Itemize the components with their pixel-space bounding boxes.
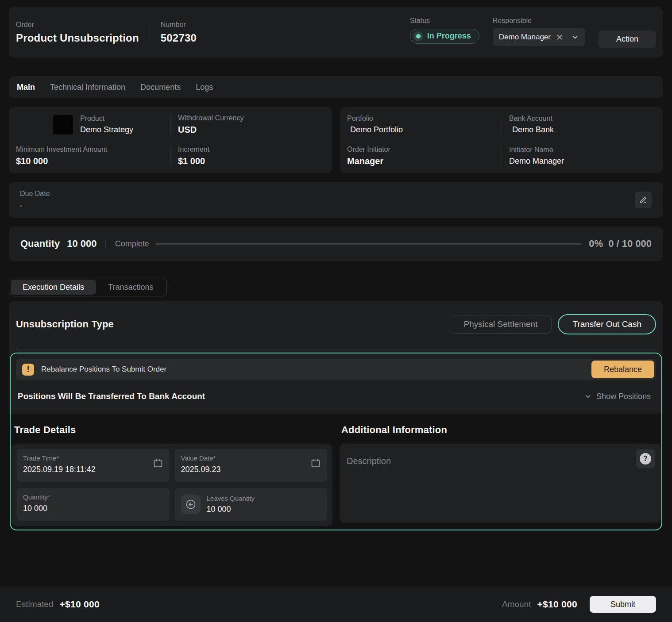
physical-settlement-button[interactable]: Physical Settlement	[450, 315, 552, 334]
withdrawal-currency-value: USD	[178, 125, 325, 135]
amount-label: Amount	[502, 599, 531, 609]
complete-label: Complete	[115, 239, 149, 249]
order-label: Order	[16, 21, 139, 29]
action-button[interactable]: Action	[599, 31, 656, 48]
header-divider	[150, 23, 150, 41]
section-divider	[16, 349, 656, 350]
subtab-execution-details[interactable]: Execution Details	[11, 280, 96, 295]
due-date-label: Due Date	[20, 190, 50, 198]
remove-responsible-icon[interactable]	[556, 34, 563, 41]
additional-information-panel: ?	[340, 444, 660, 522]
show-positions-label: Show Positions	[596, 392, 651, 401]
order-number-value: 502730	[161, 32, 197, 44]
portfolio-value: Demo Portfolio	[347, 125, 502, 134]
increment-label: Increment	[178, 146, 325, 154]
copy-leaves-quantity-button[interactable]	[181, 495, 201, 514]
main-tab-bar: Main Technical Information Documents Log…	[9, 76, 663, 98]
product-label: Product	[80, 115, 133, 123]
status-dot-icon	[413, 31, 423, 41]
order-number-label: Number	[161, 21, 197, 29]
product-cell: Product Demo Strategy	[16, 114, 170, 135]
execution-details-section: Unsubscription Type Physical Settlement …	[9, 301, 663, 530]
bank-account-value: Demo Bank	[509, 125, 656, 134]
bank-account-cell: Bank Account Demo Bank	[502, 114, 656, 134]
responsible-label: Responsible	[493, 17, 585, 25]
rebalance-button[interactable]: Rebalance	[591, 361, 654, 378]
completion-percent: 0%	[589, 238, 603, 250]
rebalance-alert-bar: ! Rebalance Positions To Submit Order Re…	[16, 359, 656, 380]
order-header-card: Order Product Unsubscription Number 5027…	[9, 7, 663, 58]
calendar-icon[interactable]	[310, 458, 321, 468]
transfer-out-cash-button[interactable]: Transfer Out Cash	[558, 314, 656, 334]
min-investment-value: $10 000	[16, 156, 170, 166]
quantity-value: 10 000	[67, 238, 97, 250]
initiator-name-cell: Initiator Name Demo Manager	[502, 145, 656, 166]
trade-time-field[interactable]: Trade Time* 2025.09.19 18:11:42	[17, 449, 170, 482]
increment-cell: Increment $1 000	[170, 146, 325, 166]
portfolio-cell: Portfolio Demo Portfolio	[347, 114, 502, 134]
estimated-label: Estimated	[16, 599, 53, 609]
value-date-label: Value Date*	[181, 454, 216, 462]
order-initiator-cell: Order Initiator Manager	[347, 145, 502, 166]
tab-technical-information[interactable]: Technical Information	[50, 83, 125, 92]
trade-details-title: Trade Details	[11, 424, 332, 436]
bank-account-label: Bank Account	[509, 115, 656, 123]
rebalance-alert-text: Rebalance Positions To Submit Order	[41, 365, 166, 374]
tab-logs[interactable]: Logs	[196, 83, 213, 92]
arrow-left-circle-icon	[185, 499, 197, 510]
responsible-value: Demo Manager	[499, 33, 551, 42]
initiator-name-value: Demo Manager	[509, 157, 656, 166]
order-initiator-label: Order Initiator	[347, 146, 502, 154]
trade-details-panel: Trade Time* 2025.09.19 18:11:42 Value Da…	[12, 444, 332, 526]
status-text: In Progress	[427, 31, 471, 41]
due-date-card: Due Date -	[9, 182, 663, 218]
product-value: Demo Strategy	[80, 125, 133, 134]
chevron-down-icon	[584, 392, 592, 400]
calendar-icon[interactable]	[153, 458, 163, 468]
completion-ratio: 0 / 10 000	[608, 238, 652, 250]
quantity-separator: |	[105, 239, 107, 249]
product-thumbnail	[53, 115, 73, 134]
transfer-out-cash-group: ! Rebalance Positions To Submit Order Re…	[10, 353, 662, 530]
responsible-chip[interactable]: Demo Manager	[493, 28, 585, 46]
value-date-field[interactable]: Value Date* 2025.09.23	[175, 449, 328, 482]
withdrawal-currency-cell: Withdrawal Currency USD	[170, 114, 325, 135]
product-info-card: Product Demo Strategy Withdrawal Currenc…	[9, 107, 332, 173]
quantity-field[interactable]: Quantity* 10 000	[17, 488, 170, 521]
edit-due-date-button[interactable]	[635, 192, 652, 208]
show-positions-toggle[interactable]: Show Positions	[584, 392, 651, 401]
detail-subtabs: Execution Details Transactions	[9, 278, 167, 296]
increment-value: $1 000	[178, 156, 325, 166]
leaves-quantity-field: Leaves Quantity 10 000	[175, 488, 328, 521]
positions-transfer-message: Positions Will Be Transferred To Bank Ac…	[18, 392, 205, 401]
tab-main[interactable]: Main	[17, 83, 35, 92]
min-investment-cell: Minimum Investment Amount $10 000	[16, 146, 170, 166]
responsible-chevron-down-icon[interactable]	[571, 33, 579, 41]
status-label: Status	[410, 17, 479, 25]
tab-documents[interactable]: Documents	[140, 83, 181, 92]
quantity-field-value: 10 000	[23, 504, 163, 513]
pencil-icon	[639, 196, 648, 204]
order-initiator-value: Manager	[347, 156, 502, 166]
completion-progress-bar	[155, 243, 582, 245]
subtab-transactions[interactable]: Transactions	[96, 280, 165, 295]
quantity-label: Quantity	[20, 238, 60, 250]
trade-time-label: Trade Time*	[23, 454, 59, 462]
leaves-quantity-value: 10 000	[207, 505, 255, 514]
order-footer-bar: Estimated +$10 000 Amount +$10 000 Submi…	[0, 587, 672, 622]
amount-value: +$10 000	[537, 599, 577, 610]
info-cards-row: Product Demo Strategy Withdrawal Currenc…	[9, 107, 663, 173]
portfolio-label: Portfolio	[347, 115, 502, 123]
order-title: Product Unsubscription	[16, 32, 139, 44]
submit-button[interactable]: Submit	[590, 596, 656, 613]
quantity-card: Quantity 10 000 | Complete 0% 0 / 10 000	[9, 227, 663, 261]
portfolio-info-card: Portfolio Demo Portfolio Bank Account De…	[340, 107, 663, 173]
help-button[interactable]: ?	[636, 449, 655, 468]
description-input[interactable]	[347, 450, 622, 516]
additional-information-title: Additional Information	[340, 424, 661, 436]
trade-time-value: 2025.09.19 18:11:42	[23, 465, 163, 474]
leaves-quantity-label: Leaves Quantity	[207, 495, 255, 502]
warning-icon: !	[22, 364, 34, 376]
value-date-value: 2025.09.23	[181, 465, 321, 474]
quantity-field-label: Quantity*	[23, 493, 50, 501]
